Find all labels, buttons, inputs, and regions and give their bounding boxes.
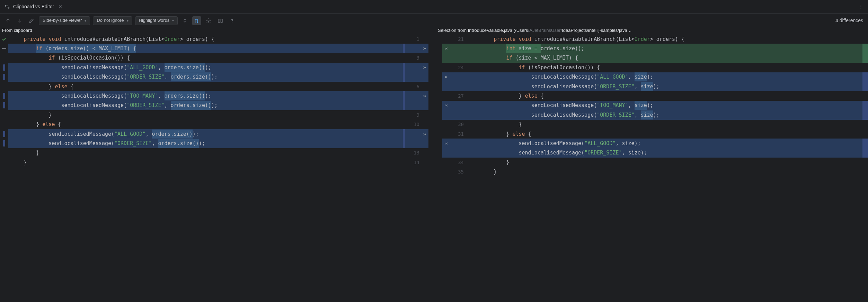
code-line[interactable]: sendLocalisedMessage("ALL_GOOD", orders.… <box>8 129 405 139</box>
code-line[interactable]: } <box>466 158 862 167</box>
tab-overflow-menu[interactable]: ⋮ <box>856 2 866 11</box>
view-mode-label: Side-by-side viewer <box>43 17 82 24</box>
change-marker <box>0 44 8 53</box>
gutter-row: »31 <box>405 129 466 139</box>
diff-count-label: 4 differences <box>835 17 865 24</box>
code-line[interactable]: sendLocalisedMessage("ORDER_SIZE", size)… <box>466 110 862 119</box>
overview-marker[interactable] <box>862 82 868 91</box>
overview-marker[interactable] <box>862 53 868 63</box>
apply-right-button[interactable]: « <box>444 101 448 110</box>
code-line[interactable]: sendLocalisedMessage("ALL_GOOD", size); <box>466 72 862 82</box>
code-line[interactable]: sendLocalisedMessage("ORDER_SIZE", order… <box>8 139 405 148</box>
code-line[interactable]: if (orders.size() < MAX_LIMIT) { <box>8 44 405 53</box>
right-line-number <box>449 139 466 148</box>
next-diff-button[interactable] <box>15 16 24 25</box>
left-line-number <box>405 91 422 100</box>
chevron-down-icon: ▾ <box>172 18 174 23</box>
left-line-number <box>405 129 422 139</box>
right-line-number <box>449 148 466 158</box>
code-line[interactable]: sendLocalisedMessage("ALL_GOOD", orders.… <box>8 63 405 72</box>
left-gutter <box>0 34 8 302</box>
code-line[interactable]: sendLocalisedMessage("TOO_MANY", size); <box>466 101 862 110</box>
code-line[interactable]: sendLocalisedMessage("TOO_MANY", orders.… <box>8 91 405 100</box>
code-line[interactable]: private void introduceVariableInABranch(… <box>466 34 862 44</box>
diff-icon <box>4 4 10 10</box>
code-line[interactable]: } else { <box>466 91 862 100</box>
gutter-row: 3 <box>405 53 466 63</box>
change-marker <box>0 129 8 139</box>
code-line[interactable]: sendLocalisedMessage("ALL_GOOD", size); <box>466 139 862 148</box>
help-button[interactable] <box>228 16 237 25</box>
code-line[interactable]: } <box>466 120 862 129</box>
collapse-unchanged-button[interactable] <box>180 16 189 25</box>
overview-marker[interactable] <box>862 101 868 110</box>
gutter-row: 35 <box>405 167 466 176</box>
gutter-row: 9 <box>405 110 466 119</box>
code-line[interactable]: sendLocalisedMessage("ORDER_SIZE", order… <box>8 101 405 110</box>
apply-right-button[interactable]: « <box>444 72 448 81</box>
code-line[interactable]: if (isSpecialOccasion()) { <box>8 53 405 63</box>
settings-button[interactable] <box>204 16 213 25</box>
code-line[interactable]: } <box>8 158 405 167</box>
apply-left-button[interactable]: » <box>423 130 426 139</box>
overview-marker <box>862 63 868 72</box>
apply-left-button[interactable]: » <box>423 44 426 53</box>
gutter-row: 1030 <box>405 120 466 129</box>
apply-left-button[interactable]: » <box>423 63 426 72</box>
apply-left-button[interactable]: » <box>423 91 426 100</box>
tab-title: Clipboard vs Editor <box>13 3 54 10</box>
apply-right-button[interactable]: « <box>444 44 448 53</box>
overview-marker[interactable] <box>862 110 868 119</box>
code-line[interactable]: } <box>8 110 405 119</box>
view-mode-dropdown[interactable]: Side-by-side viewer ▾ <box>39 16 90 25</box>
diff-tab[interactable]: Clipboard vs Editor ✕ <box>2 0 66 14</box>
right-line-number: 24 <box>449 63 466 72</box>
code-line[interactable]: if (size < MAX_LIMIT) { <box>466 53 862 63</box>
ignore-mode-dropdown[interactable]: Do not ignore ▾ <box>93 16 132 25</box>
code-line[interactable]: int size = orders.size(); <box>466 44 862 53</box>
left-line-number: 9 <box>405 110 422 119</box>
highlight-mode-label: Highlight words <box>139 17 170 24</box>
overview-marker[interactable] <box>862 148 868 158</box>
code-line[interactable]: private void introduceVariableInABranch(… <box>8 34 405 44</box>
svg-rect-1 <box>218 19 220 22</box>
right-line-number <box>449 101 466 110</box>
prev-diff-button[interactable] <box>3 16 12 25</box>
right-line-number: 34 <box>449 158 466 167</box>
right-line-number: 35 <box>449 167 466 176</box>
edit-button[interactable] <box>27 16 36 25</box>
right-code-pane[interactable]: private void introduceVariableInABranch(… <box>466 34 862 302</box>
no-errors-icon <box>0 34 8 44</box>
highlight-mode-dropdown[interactable]: Highlight words ▾ <box>135 16 178 25</box>
gutter-row: « <box>405 72 466 82</box>
overview-marker[interactable] <box>862 72 868 82</box>
gutter-row: 1434 <box>405 158 466 167</box>
sync-scroll-button[interactable] <box>192 16 201 25</box>
chevron-down-icon: ▾ <box>127 18 129 23</box>
svg-point-3 <box>232 22 232 22</box>
code-line[interactable]: } <box>8 148 405 158</box>
code-line[interactable]: sendLocalisedMessage("ORDER_SIZE", size)… <box>466 82 862 91</box>
overview-marker[interactable] <box>862 44 868 53</box>
overview-marker[interactable] <box>862 139 868 148</box>
left-line-number <box>405 167 422 176</box>
right-line-number <box>449 110 466 119</box>
code-line[interactable]: } else { <box>466 129 862 139</box>
code-line[interactable]: sendLocalisedMessage("ORDER_SIZE", order… <box>8 72 405 82</box>
left-line-number <box>405 101 422 110</box>
code-line[interactable]: if (isSpecialOccasion()) { <box>466 63 862 72</box>
code-line[interactable]: } else { <box>8 120 405 129</box>
apply-right-button[interactable]: « <box>444 139 448 148</box>
right-line-number <box>449 53 466 63</box>
external-diff-button[interactable] <box>216 16 225 25</box>
code-line[interactable]: } else { <box>8 82 405 91</box>
close-tab-button[interactable]: ✕ <box>57 3 64 11</box>
code-line[interactable]: sendLocalisedMessage("ORDER_SIZE", size)… <box>466 148 862 158</box>
gutter-row: 6 <box>405 82 466 91</box>
gutter-row: « <box>405 139 466 148</box>
overview-marker <box>862 34 868 44</box>
code-line[interactable]: } <box>466 167 862 176</box>
left-line-number: 6 <box>405 82 422 91</box>
right-line-number <box>449 72 466 82</box>
left-code-pane[interactable]: private void introduceVariableInABranch(… <box>8 34 405 302</box>
